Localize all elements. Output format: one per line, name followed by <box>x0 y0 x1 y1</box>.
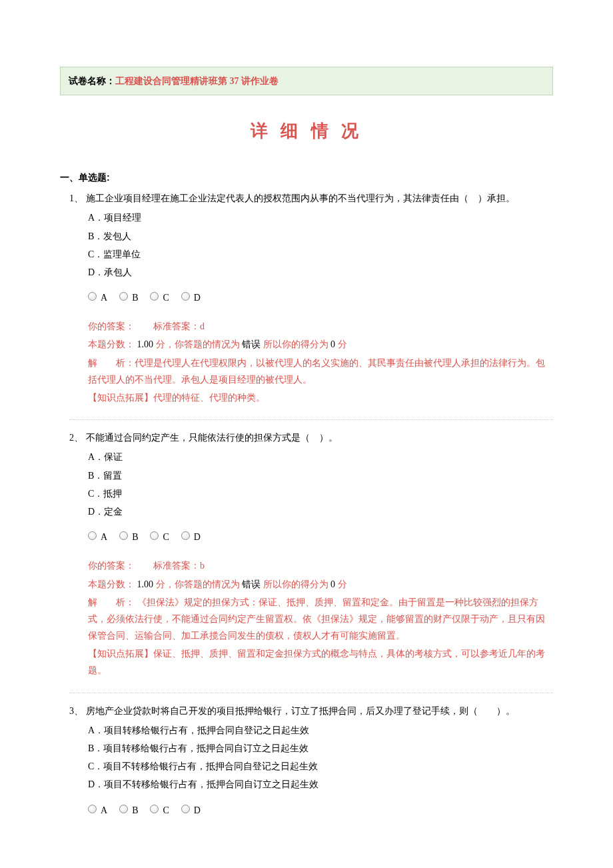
radio-option[interactable]: D <box>181 800 201 819</box>
radio-group: ABCD <box>88 527 553 545</box>
question-number: 2、 <box>69 429 83 446</box>
radio-circle-icon <box>150 805 159 813</box>
option: D．承包人 <box>88 264 553 281</box>
radio-label: A <box>101 805 107 815</box>
radio-option[interactable]: A <box>88 287 107 306</box>
radio-option[interactable]: B <box>119 287 138 306</box>
radio-option[interactable]: A <box>88 527 107 545</box>
radio-label: C <box>163 532 169 542</box>
radio-circle-icon <box>119 805 128 813</box>
question-stem: 施工企业项目经理在施工企业法定代表人的授权范围内从事的不当代理行为，其法律责任由… <box>86 190 553 207</box>
radio-circle-icon <box>181 292 190 301</box>
option: A．项目经理 <box>88 209 553 226</box>
radio-option[interactable]: B <box>119 800 138 819</box>
radio-label: D <box>194 293 201 303</box>
standard-answer: 标准答案：b <box>144 561 205 571</box>
radio-circle-icon <box>181 531 190 540</box>
option: A．保证 <box>88 449 553 465</box>
radio-option[interactable]: A <box>88 800 107 819</box>
question: 2、不能通过合同约定产生，只能依法行使的担保方式是（ ）。A．保证B．留置C．抵… <box>69 429 553 693</box>
radio-circle-icon <box>150 292 159 301</box>
radio-circle-icon <box>88 805 97 813</box>
radio-label: D <box>194 532 201 542</box>
option-list: A．保证B．留置C．抵押D．定金 <box>88 449 553 520</box>
score-line: 本题分数： 1.00 分，你答题的情况为 错误 所以你的得分为 0 分 <box>88 336 553 353</box>
radio-label: D <box>194 805 201 815</box>
radio-circle-icon <box>88 531 97 540</box>
option: B．留置 <box>88 467 553 484</box>
explanation: 解析： 《担保法》规定的担保方式：保证、抵押、质押、留置和定金。由于留置是一种比… <box>88 594 553 645</box>
question-stem: 房地产企业贷款时将自己开发的项目抵押给银行，订立了抵押合同，后又办理了登记手续，… <box>86 703 553 719</box>
standard-answer: 标准答案：d <box>144 321 205 331</box>
option: D．定金 <box>88 503 553 520</box>
exam-title-label: 试卷名称： <box>69 76 115 86</box>
exam-title-bar: 试卷名称：工程建设合同管理精讲班第 37 讲作业卷 <box>60 67 553 95</box>
knowledge-extension: 【知识点拓展】保证、抵押、质押、留置和定金担保方式的概念与特点，具体的考核方式，… <box>88 645 553 679</box>
radio-label: C <box>163 293 169 303</box>
question-number: 3、 <box>69 703 83 719</box>
radio-label: A <box>101 532 107 542</box>
radio-circle-icon <box>150 531 159 540</box>
question: 3、房地产企业贷款时将自己开发的项目抵押给银行，订立了抵押合同，后又办理了登记手… <box>69 703 553 843</box>
radio-option[interactable]: D <box>181 527 201 545</box>
question-stem: 不能通过合同约定产生，只能依法行使的担保方式是（ ）。 <box>86 429 553 446</box>
section-title: 一、单选题: <box>60 169 553 186</box>
option: A．项目转移给银行占有，抵押合同自登记之日起生效 <box>88 722 553 739</box>
answer-block: 你的答案： 标准答案：d本题分数： 1.00 分，你答题的情况为 错误 所以你的… <box>88 318 553 406</box>
explanation: 解析：代理是代理人在代理权限内，以被代理人的名义实施的、其民事责任由被代理人承担… <box>88 355 553 388</box>
radio-group: ABCD <box>88 800 553 819</box>
option: C．抵押 <box>88 485 553 502</box>
radio-label: A <box>101 293 107 303</box>
your-answer-label: 你的答案： <box>88 561 135 571</box>
radio-label: B <box>132 532 138 542</box>
option: C．项目不转移给银行占有，抵押合同自登记之日起生效 <box>88 758 553 775</box>
score-line: 本题分数： 1.00 分，你答题的情况为 错误 所以你的得分为 0 分 <box>88 576 553 593</box>
radio-option[interactable]: D <box>181 287 201 306</box>
radio-circle-icon <box>88 292 97 301</box>
your-answer-label: 你的答案： <box>88 321 135 331</box>
radio-group: ABCD <box>88 287 553 306</box>
answer-block: 你的答案： 标准答案：b本题分数： 1.00 分，你答题的情况为 错误 所以你的… <box>88 557 553 679</box>
radio-option[interactable]: B <box>119 527 138 545</box>
option-list: A．项目经理B．发包人C．监理单位D．承包人 <box>88 209 553 281</box>
option: D．项目不转移给银行占有，抵押合同自订立之日起生效 <box>88 776 553 793</box>
radio-circle-icon <box>119 292 128 301</box>
radio-label: B <box>132 805 138 815</box>
radio-option[interactable]: C <box>150 800 169 819</box>
question: 1、施工企业项目经理在施工企业法定代表人的授权范围内从事的不当代理行为，其法律责… <box>69 190 553 420</box>
knowledge-extension: 【知识点拓展】代理的特征、代理的种类。 <box>88 389 553 406</box>
radio-circle-icon <box>181 805 190 813</box>
radio-option[interactable]: C <box>150 527 169 545</box>
radio-label: B <box>132 293 138 303</box>
option: B．发包人 <box>88 228 553 245</box>
exam-title-value: 工程建设合同管理精讲班第 37 讲作业卷 <box>115 76 279 86</box>
radio-option[interactable]: C <box>150 287 169 306</box>
option-list: A．项目转移给银行占有，抵押合同自登记之日起生效B．项目转移给银行占有，抵押合同… <box>88 722 553 793</box>
page-title: 详 细 情 况 <box>60 115 553 147</box>
option: B．项目转移给银行占有，抵押合同自订立之日起生效 <box>88 740 553 757</box>
radio-label: C <box>163 805 169 815</box>
option: C．监理单位 <box>88 246 553 263</box>
question-number: 1、 <box>69 190 83 207</box>
radio-circle-icon <box>119 531 128 540</box>
